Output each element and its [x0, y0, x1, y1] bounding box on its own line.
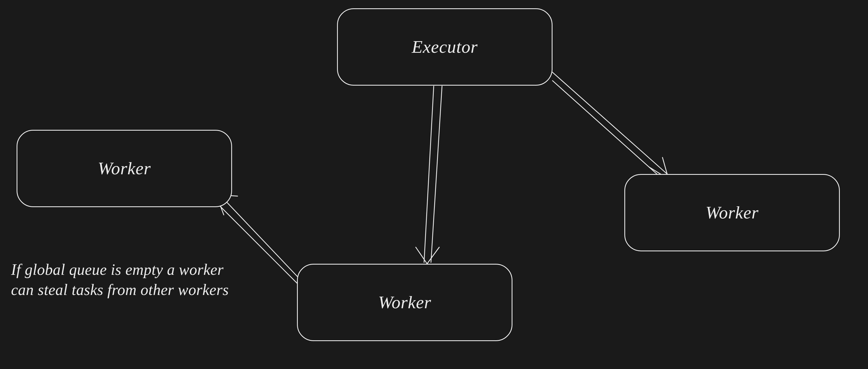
node-worker-bottom: Worker [297, 264, 513, 341]
node-worker-right: Worker [624, 174, 840, 251]
node-executor: Executor [337, 8, 553, 86]
edge-executor-to-worker-right [552, 72, 669, 180]
node-worker-left: Worker [17, 130, 232, 207]
node-executor-label: Executor [412, 37, 478, 57]
diagram-canvas: Executor Worker Worker Worker If global … [0, 0, 868, 369]
node-worker-left-label: Worker [98, 158, 151, 179]
node-worker-right-label: Worker [706, 203, 758, 223]
node-worker-bottom-label: Worker [378, 292, 431, 313]
annotation-work-stealing: If global queue is empty a worker can st… [11, 259, 229, 300]
edge-executor-to-worker-bottom [416, 86, 442, 264]
